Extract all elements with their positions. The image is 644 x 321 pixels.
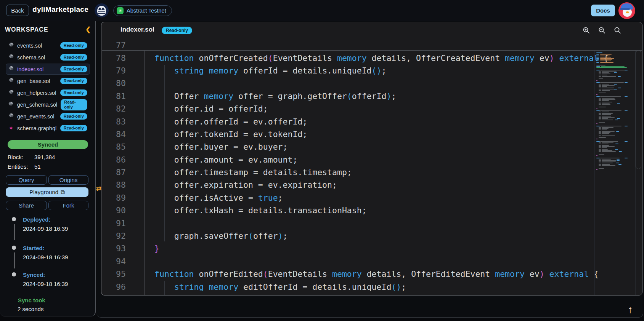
ghost-avatar-face <box>97 6 106 16</box>
minimap-segment <box>602 163 613 163</box>
minimap-row <box>595 133 634 134</box>
minimap-segment <box>599 122 605 123</box>
minimap-segment <box>599 93 606 93</box>
minimap-segment <box>602 118 608 119</box>
minimap-segment <box>599 103 601 104</box>
code-token: offer.txHash = details.transactionHash; <box>154 206 367 215</box>
minimap-row <box>595 114 634 115</box>
workspace-sidebar: WORKSPACE ❮ events.sol Read-only schema.… <box>0 21 96 316</box>
code-token: offer <box>253 231 278 241</box>
sidebar-file-gen_base.sol[interactable]: gen_base.sol Read-only <box>6 75 90 86</box>
minimap-row <box>595 95 634 96</box>
code-token: ) <box>549 53 554 63</box>
minimap-segment <box>602 128 609 129</box>
code-token: string <box>174 66 204 75</box>
sidebar-file-indexer.sol[interactable]: indexer.sol Read-only <box>6 64 90 75</box>
penguin-cap-brim <box>620 8 630 10</box>
minimap-segment <box>600 82 624 83</box>
minimap-slider[interactable] <box>636 50 641 169</box>
sidebar-file-events.sol[interactable]: events.sol Read-only <box>6 40 90 51</box>
code-token: ) <box>540 269 544 279</box>
code-token: ( <box>248 231 253 241</box>
minimap-row <box>595 129 634 130</box>
minimap-segment <box>600 54 612 55</box>
readonly-badge: Read-only <box>60 125 87 131</box>
minimap-segment <box>599 78 603 79</box>
fork-button[interactable]: Fork <box>48 201 88 210</box>
network-badge[interactable]: ✳ Abstract Testnet <box>113 5 172 16</box>
block-value: 391,384 <box>34 154 55 160</box>
minimap-row <box>595 164 634 165</box>
minimap-segment <box>618 88 621 88</box>
minimap-row <box>595 61 634 61</box>
minimap-row <box>595 137 634 138</box>
origins-button[interactable]: Origins <box>48 175 88 185</box>
app-window: Back dyliMarketplace ✳ Abstract Testnet … <box>0 0 644 321</box>
share-button[interactable]: Share <box>6 201 47 210</box>
code-token: ; <box>278 193 283 203</box>
penguin-avatar[interactable] <box>618 2 635 19</box>
solidity-icon <box>8 43 14 48</box>
zoom-in-icon[interactable] <box>583 27 590 34</box>
minimap-segment <box>615 120 618 120</box>
minimap-row <box>595 56 634 56</box>
playground-button[interactable]: Playground ⧉ <box>6 187 88 197</box>
sidebar-file-gen_helpers.sol[interactable]: gen_helpers.sol Read-only <box>6 87 90 98</box>
code-token: offer.id = offerId; <box>154 104 268 113</box>
code-text: offer.timestamp = details.timestamp; <box>135 168 352 177</box>
code-line-95: 95function onOfferEdited(EventDetails me… <box>102 268 642 280</box>
minimap[interactable] <box>594 50 634 295</box>
minimap-row <box>595 88 634 88</box>
minimap-segment <box>600 141 618 142</box>
minimap-segment <box>599 154 604 155</box>
workspace-heading: WORKSPACE <box>5 26 48 33</box>
minimap-row <box>595 158 634 158</box>
minimap-segment <box>600 59 612 60</box>
zoom-out-icon[interactable] <box>598 27 605 34</box>
sidebar-file-schema.graphql[interactable]: ✶ schema.graphql Read-only <box>6 123 90 134</box>
file-list: events.sol Read-only schema.sol Read-onl… <box>0 39 96 134</box>
code-viewport[interactable]: 7778function onOfferCreated(EventDetails… <box>102 37 642 295</box>
minimap-segment <box>596 67 627 68</box>
sidebar-resize-handle[interactable]: ⇄ <box>96 185 101 193</box>
minimap-row <box>595 146 634 147</box>
synced-status-button[interactable]: Synced <box>8 140 88 149</box>
sidebar-file-gen_schema.sol[interactable]: gen_schema.sol Read-only <box>6 99 90 110</box>
minimap-segment <box>599 142 601 143</box>
minimap-segment <box>599 98 601 99</box>
minimap-segment <box>602 72 609 73</box>
code-token: ; <box>391 91 396 101</box>
code-line-77: 77 <box>102 39 642 51</box>
file-name: gen_base.sol <box>17 78 57 84</box>
code-token: offer = graph.getOffer <box>233 91 347 101</box>
minimap-row <box>595 73 634 74</box>
minimap-segment <box>599 89 601 89</box>
minimap-segment <box>599 107 606 107</box>
code-token: graph.saveOffer <box>154 231 248 241</box>
minimap-segment <box>602 132 610 133</box>
minimap-row <box>595 78 634 79</box>
minimap-row <box>595 157 634 157</box>
line-number: 88 <box>102 180 135 190</box>
code-token: memory <box>332 269 362 279</box>
code-token: ( <box>263 269 268 279</box>
minimap-row <box>595 91 634 92</box>
code-token: offer.offerId = ev.offerId; <box>154 117 307 126</box>
docs-button[interactable]: Docs <box>591 5 615 16</box>
back-button[interactable]: Back <box>6 5 29 16</box>
code-token: offer.buyer = ev.buyer; <box>154 142 288 152</box>
minimap-row <box>595 123 634 124</box>
file-name: gen_schema.sol <box>17 102 58 108</box>
sidebar-file-schema.sol[interactable]: schema.sol Read-only <box>6 52 90 63</box>
sidebar-file-gen_events.sol[interactable]: gen_events.sol Read-only <box>6 111 90 122</box>
minimap-row <box>595 135 634 136</box>
arrow-up-icon[interactable]: ↑ <box>622 302 639 317</box>
line-number: 90 <box>102 206 135 215</box>
minimap-row <box>595 160 634 161</box>
search-icon[interactable] <box>614 27 621 34</box>
chevron-left-icon[interactable]: ❮ <box>85 26 91 34</box>
minimap-segment <box>615 144 618 144</box>
query-button[interactable]: Query <box>6 175 47 185</box>
timeline-connector <box>14 252 14 268</box>
editor-toolbar <box>583 27 621 34</box>
